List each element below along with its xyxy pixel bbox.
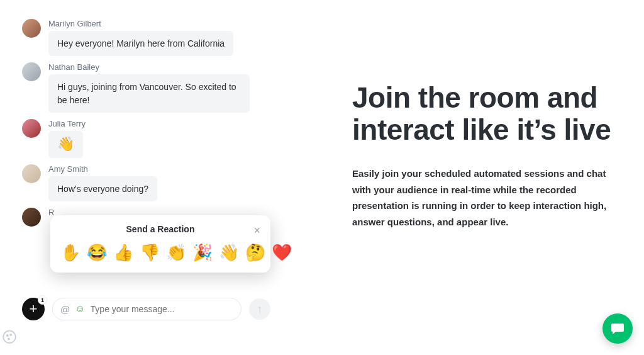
cookie-icon xyxy=(1,327,18,346)
sender-name: Julia Terry xyxy=(48,119,86,128)
reaction-title: Send a Reaction xyxy=(126,224,195,234)
add-attachment-button[interactable]: + 1 xyxy=(22,298,45,320)
sender-name: Marilyn Gilbert xyxy=(48,19,233,28)
emoji-thumbs-up-icon[interactable]: 👍 xyxy=(113,243,133,262)
chat-message: Marilyn Gilbert Hey everyone! Marilyn he… xyxy=(22,19,277,56)
chat-list: Marilyn Gilbert Hey everyone! Marilyn he… xyxy=(22,19,277,227)
emoji-confetti-icon[interactable]: 🎉 xyxy=(192,243,213,262)
send-button[interactable]: ↑ xyxy=(249,298,270,320)
avatar xyxy=(22,208,41,227)
emoji-picker-icon[interactable]: ☺ xyxy=(75,303,85,315)
avatar xyxy=(22,164,41,183)
message-bubble: Hey everyone! Marilyn here from Californ… xyxy=(48,31,233,56)
emoji-heart-icon[interactable]: ❤️ xyxy=(272,243,292,262)
message-bubble: 👋 xyxy=(48,131,83,158)
avatar xyxy=(22,19,41,38)
sender-name: Amy Smith xyxy=(48,164,157,174)
avatar xyxy=(22,62,41,81)
support-chat-button[interactable] xyxy=(602,313,633,344)
attachment-badge: 1 xyxy=(38,295,47,305)
chat-message: Amy Smith How's everyone doing? xyxy=(22,164,277,201)
svg-point-1 xyxy=(7,335,8,336)
chat-message: Julia Terry 👋 xyxy=(22,119,277,158)
reaction-panel: Send a Reaction × ✋ 😂 👍 👎 👏 🎉 👋 🤔 ❤️ xyxy=(50,215,270,273)
page-subcopy: Easily join your scheduled automated ses… xyxy=(352,166,619,230)
emoji-clap-icon[interactable]: 👏 xyxy=(166,243,186,262)
arrow-up-icon: ↑ xyxy=(257,303,263,316)
emoji-wave-icon[interactable]: 👋 xyxy=(219,243,239,262)
emoji-thumbs-down-icon[interactable]: 👎 xyxy=(140,243,160,262)
message-composer: @ ☺ xyxy=(52,298,242,320)
mention-icon[interactable]: @ xyxy=(60,304,70,315)
emoji-thinking-icon[interactable]: 🤔 xyxy=(245,243,265,262)
page-headline: Join the room and interact like it’s liv… xyxy=(352,82,619,145)
message-bubble: Hi guys, joining from Vancouver. So exci… xyxy=(48,74,250,113)
emoji-wave-icon: 👋 xyxy=(57,136,74,152)
chat-message: Nathan Bailey Hi guys, joining from Vanc… xyxy=(22,62,277,113)
sender-name: Nathan Bailey xyxy=(48,62,250,72)
svg-point-3 xyxy=(8,338,9,339)
emoji-joy-icon[interactable]: 😂 xyxy=(87,243,107,262)
close-icon[interactable]: × xyxy=(253,224,260,237)
message-input[interactable] xyxy=(91,304,233,314)
emoji-raised-hand-icon[interactable]: ✋ xyxy=(60,243,80,262)
message-bubble: How's everyone doing? xyxy=(48,176,157,201)
svg-point-0 xyxy=(3,330,16,343)
avatar xyxy=(22,119,41,138)
svg-point-2 xyxy=(10,334,11,335)
chat-icon xyxy=(610,321,625,336)
plus-icon: + xyxy=(30,301,38,317)
